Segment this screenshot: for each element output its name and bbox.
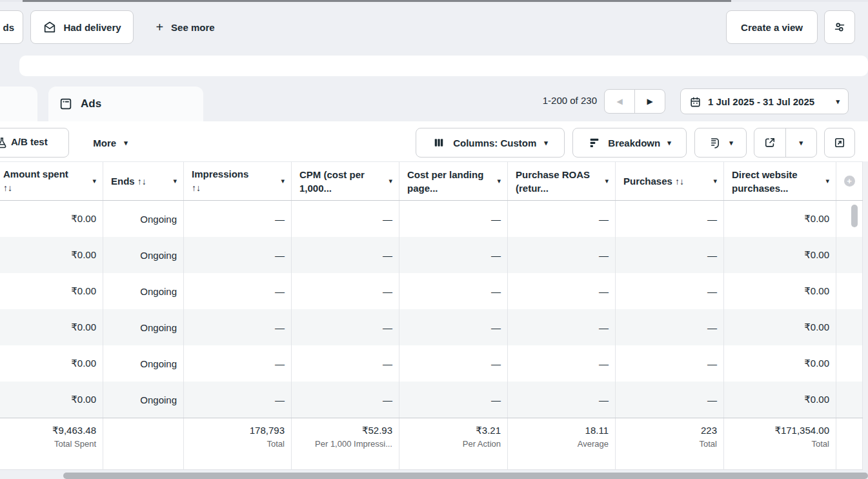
table-cell: Ongoing bbox=[103, 309, 184, 345]
totals-value: ₹9,463.48 bbox=[52, 423, 96, 437]
breakdown-label: Breakdown bbox=[608, 138, 660, 148]
filters-button[interactable] bbox=[824, 10, 855, 44]
totals-label: Total bbox=[700, 438, 717, 450]
column-menu-chevron-icon[interactable]: ▾ bbox=[173, 177, 177, 185]
totals-value: 178,793 bbox=[250, 423, 285, 437]
table-cell: — bbox=[616, 237, 724, 273]
horizontal-scrollbar[interactable] bbox=[63, 473, 868, 479]
sort-arrows-icon: ↑↓ bbox=[137, 176, 146, 187]
totals-label: Average bbox=[578, 438, 609, 450]
table-cell: — bbox=[508, 237, 616, 273]
column-header[interactable]: Purchases ↑↓▾ bbox=[616, 162, 724, 200]
totals-value: ₹52.93 bbox=[362, 423, 392, 437]
table-cell-empty bbox=[836, 382, 863, 418]
breakdown-icon bbox=[588, 136, 601, 149]
next-arrow-icon: ▶ bbox=[647, 97, 652, 106]
add-column-icon[interactable]: + bbox=[844, 176, 855, 187]
table-cell: — bbox=[508, 201, 616, 237]
column-menu-chevron-icon[interactable]: ▾ bbox=[281, 177, 285, 185]
table-cell-empty bbox=[836, 309, 863, 345]
column-header[interactable]: Impressions ↑↓▾ bbox=[184, 162, 292, 200]
column-header[interactable]: Amount spent ↑↓▾ bbox=[0, 162, 103, 200]
columns-button[interactable]: Columns: Custom ▾ bbox=[416, 128, 565, 158]
more-button[interactable]: More ▾ bbox=[86, 128, 135, 158]
chevron-down-icon: ▾ bbox=[667, 139, 671, 147]
table-cell: — bbox=[399, 345, 508, 382]
table-cell: — bbox=[292, 237, 399, 273]
column-menu-chevron-icon[interactable]: ▾ bbox=[389, 177, 392, 185]
date-range-label: 1 Jul 2025 - 31 Jul 2025 bbox=[708, 96, 814, 107]
filter-chip-partial[interactable]: ds bbox=[0, 10, 23, 44]
column-menu-chevron-icon[interactable]: ▾ bbox=[825, 177, 829, 185]
prev-page-button[interactable]: ◀ bbox=[605, 90, 635, 113]
totals-cell-empty bbox=[836, 418, 863, 469]
chevron-down-icon: ▾ bbox=[836, 97, 840, 106]
column-header-label: Impressions ↑↓ bbox=[192, 167, 256, 195]
column-header-label: Purchases ↑↓ bbox=[623, 174, 684, 189]
ads-tab-icon bbox=[59, 97, 73, 111]
pager: ◀ ▶ bbox=[604, 89, 665, 114]
export-button[interactable] bbox=[754, 128, 786, 157]
rules-button[interactable]: ▾ bbox=[694, 128, 747, 158]
date-range-button[interactable]: 1 Jul 2025 - 31 Jul 2025 ▾ bbox=[680, 88, 849, 114]
table-cell: ₹0.00 bbox=[0, 382, 103, 418]
add-column-cell: + bbox=[836, 162, 863, 200]
table-cell: Ongoing bbox=[103, 237, 184, 273]
table-right-gutter bbox=[863, 161, 868, 470]
totals-cell: ₹9,463.48Total Spent bbox=[0, 418, 103, 469]
breakdown-button[interactable]: Breakdown ▾ bbox=[572, 128, 687, 158]
sort-arrows-icon: ↑↓ bbox=[192, 183, 201, 193]
tab-partial-left[interactable] bbox=[0, 87, 37, 121]
table-cell: — bbox=[184, 382, 292, 418]
search-filter-bar[interactable] bbox=[19, 56, 868, 76]
table-cell: ₹0.00 bbox=[724, 201, 836, 237]
open-arrow-icon bbox=[833, 136, 846, 149]
column-header[interactable]: Direct website purchases...▾ bbox=[724, 162, 836, 200]
vertical-scrollbar[interactable] bbox=[851, 205, 858, 227]
see-more-button[interactable]: + See more bbox=[147, 10, 223, 44]
create-view-label: Create a view bbox=[741, 22, 803, 33]
table-cell: — bbox=[399, 237, 508, 273]
column-menu-chevron-icon[interactable]: ▾ bbox=[497, 177, 501, 185]
table-cell: ₹0.00 bbox=[0, 309, 103, 345]
column-menu-chevron-icon[interactable]: ▾ bbox=[92, 177, 96, 185]
ab-test-button[interactable]: A/B test bbox=[0, 128, 69, 158]
totals-label: Total bbox=[267, 438, 285, 450]
tab-ads[interactable]: Ads bbox=[48, 87, 203, 121]
table-row[interactable]: ₹0.00Ongoing—————₹0.00 bbox=[0, 201, 868, 237]
column-menu-chevron-icon[interactable]: ▾ bbox=[605, 177, 609, 185]
column-header[interactable]: Ends ↑↓▾ bbox=[103, 162, 184, 200]
table-cell: — bbox=[616, 273, 724, 309]
table-row[interactable]: ₹0.00Ongoing—————₹0.00 bbox=[0, 309, 868, 345]
totals-value: 18.11 bbox=[585, 423, 609, 437]
table-cell-empty bbox=[836, 345, 863, 382]
column-header[interactable]: CPM (cost per 1,000...▾ bbox=[292, 162, 399, 200]
column-menu-chevron-icon[interactable]: ▾ bbox=[713, 177, 717, 185]
totals-label: Total Spent bbox=[54, 438, 96, 450]
envelope-icon bbox=[43, 20, 57, 34]
export-options-button[interactable]: ▾ bbox=[786, 128, 817, 157]
table-cell: — bbox=[184, 345, 292, 382]
column-header[interactable]: Cost per landing page...▾ bbox=[399, 162, 508, 200]
table-row[interactable]: ₹0.00Ongoing—————₹0.00 bbox=[0, 273, 868, 309]
see-more-label: See more bbox=[171, 22, 215, 33]
table-cell: — bbox=[616, 309, 724, 345]
export-icon bbox=[763, 136, 776, 149]
chevron-down-icon: ▾ bbox=[799, 139, 803, 147]
top-scroll-strip-segment bbox=[23, 0, 731, 2]
totals-cell: 223Total bbox=[616, 418, 724, 469]
table-row[interactable]: ₹0.00Ongoing—————₹0.00 bbox=[0, 237, 868, 273]
table-row[interactable]: ₹0.00Ongoing—————₹0.00 bbox=[0, 382, 868, 418]
totals-cell: ₹52.93Per 1,000 Impressi... bbox=[292, 418, 399, 469]
open-charts-button[interactable] bbox=[824, 128, 855, 158]
table-cell: Ongoing bbox=[103, 345, 184, 382]
pagination-range: 1-200 of 230 bbox=[543, 95, 597, 106]
table-cell: — bbox=[616, 201, 724, 237]
column-header[interactable]: Purchase ROAS (retur...▾ bbox=[508, 162, 616, 200]
had-delivery-filter-button[interactable]: Had delivery bbox=[30, 10, 134, 44]
next-page-button[interactable]: ▶ bbox=[635, 90, 665, 113]
column-header-label: Direct website purchases... bbox=[732, 168, 825, 195]
totals-value: ₹171,354.00 bbox=[774, 423, 829, 437]
create-a-view-button[interactable]: Create a view bbox=[726, 10, 818, 44]
table-row[interactable]: ₹0.00Ongoing—————₹0.00 bbox=[0, 345, 868, 382]
